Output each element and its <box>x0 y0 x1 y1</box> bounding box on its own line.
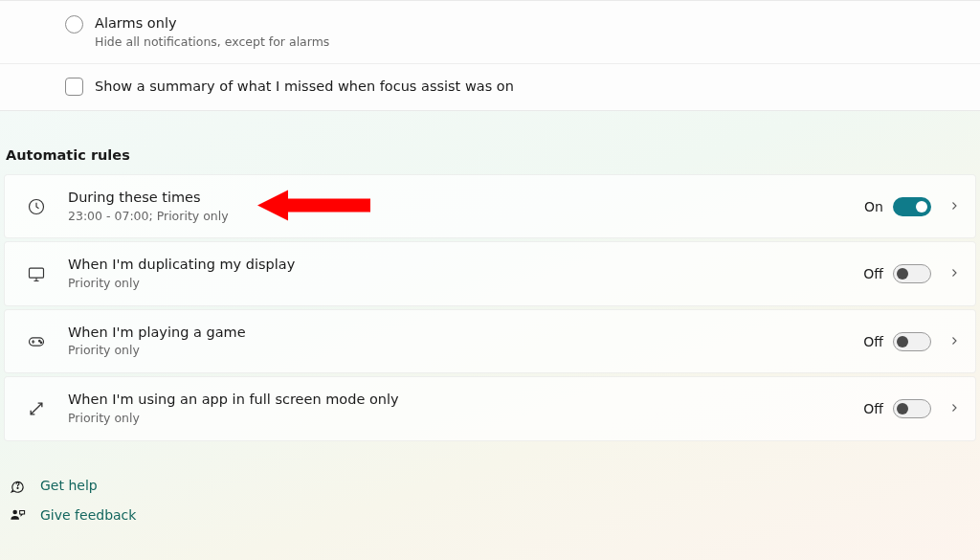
alarms-only-title: Alarms only <box>95 14 329 34</box>
get-help-link[interactable]: Get help <box>10 478 980 494</box>
gamepad-icon <box>26 333 47 350</box>
rule-toggle[interactable] <box>893 332 931 351</box>
rule-text: When I'm playing a game Priority only <box>68 324 863 359</box>
svg-point-4 <box>39 340 40 342</box>
rule-sub: 23:00 - 07:00; Priority only <box>68 209 864 225</box>
rule-during-these-times[interactable]: During these times 23:00 - 07:00; Priori… <box>4 174 976 238</box>
chevron-right-icon <box>948 401 960 416</box>
alarms-only-sub: Hide all notifications, except for alarm… <box>95 34 329 51</box>
rule-sub: Priority only <box>68 276 863 292</box>
summary-label: Show a summary of what I missed when foc… <box>95 78 514 97</box>
rule-state-label: On <box>864 199 883 214</box>
give-feedback-label: Give feedback <box>40 507 136 523</box>
rule-playing-game[interactable]: When I'm playing a game Priority only Of… <box>4 309 976 373</box>
rule-text: During these times 23:00 - 07:00; Priori… <box>68 189 864 224</box>
rule-fullscreen-app[interactable]: When I'm using an app in full screen mod… <box>4 376 976 440</box>
checkbox-unchecked-icon[interactable] <box>65 78 83 96</box>
footer-links: Get help Give feedback <box>0 441 980 524</box>
help-icon <box>10 478 27 494</box>
rule-state-label: Off <box>863 401 883 416</box>
feedback-icon <box>10 507 27 524</box>
rule-duplicating-display[interactable]: When I'm duplicating my display Priority… <box>4 241 976 305</box>
fullscreen-icon <box>26 399 47 418</box>
focus-assist-options-panel: Alarms only Hide all notifications, exce… <box>0 0 980 111</box>
alarms-only-option[interactable]: Alarms only Hide all notifications, exce… <box>0 1 980 63</box>
chevron-right-icon <box>948 334 960 349</box>
rule-text: When I'm using an app in full screen mod… <box>68 391 863 426</box>
clock-icon <box>26 197 47 216</box>
give-feedback-link[interactable]: Give feedback <box>10 507 980 524</box>
rule-toggle[interactable] <box>893 399 931 418</box>
rule-title: When I'm using an app in full screen mod… <box>68 391 863 410</box>
rule-state-label: Off <box>863 334 883 349</box>
chevron-right-icon <box>948 199 960 214</box>
rule-title: During these times <box>68 189 864 208</box>
rule-sub: Priority only <box>68 411 863 427</box>
rule-toggle[interactable] <box>893 197 931 216</box>
summary-option[interactable]: Show a summary of what I missed when foc… <box>0 63 980 110</box>
svg-point-7 <box>12 509 17 514</box>
svg-point-5 <box>40 342 42 344</box>
rule-title: When I'm playing a game <box>68 324 863 343</box>
rule-sub: Priority only <box>68 343 863 359</box>
automatic-rules-header: Automatic rules <box>0 111 980 174</box>
svg-point-6 <box>17 487 18 488</box>
rule-state-label: Off <box>863 266 883 281</box>
svg-rect-2 <box>30 268 44 278</box>
rule-title: When I'm duplicating my display <box>68 256 863 275</box>
radio-unchecked-icon[interactable] <box>65 15 83 34</box>
chevron-right-icon <box>948 266 960 281</box>
monitor-icon <box>26 264 47 283</box>
alarms-only-content: Alarms only Hide all notifications, exce… <box>95 14 329 50</box>
get-help-label: Get help <box>40 478 98 493</box>
rule-toggle[interactable] <box>893 264 931 283</box>
rule-text: When I'm duplicating my display Priority… <box>68 256 863 291</box>
automatic-rules-list: During these times 23:00 - 07:00; Priori… <box>0 174 980 441</box>
